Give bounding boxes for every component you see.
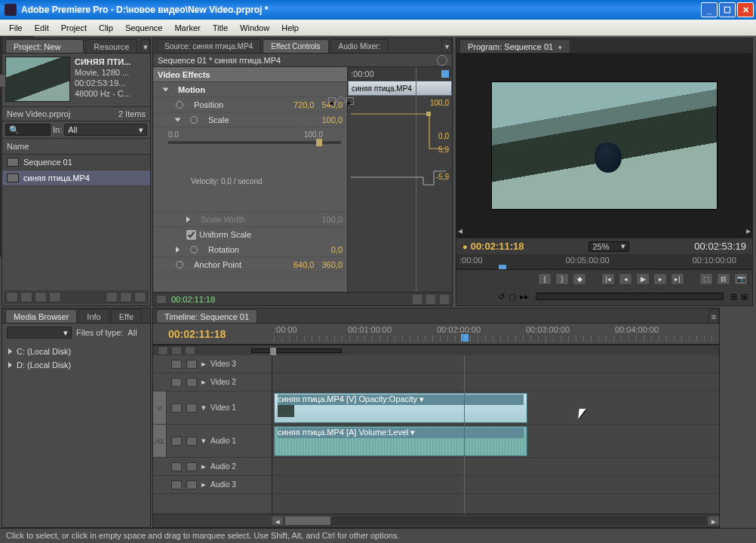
find-icon[interactable]: [49, 292, 61, 302]
menu-window[interactable]: Window: [234, 22, 275, 34]
track-video3[interactable]: ▸Video 3: [153, 355, 272, 373]
program-current-tc[interactable]: 00:02:11:18: [471, 241, 524, 252]
lane-a3[interactable]: [272, 476, 719, 494]
fx-motion-row[interactable]: Motion: [153, 82, 347, 97]
collapse-icon[interactable]: ▸: [201, 359, 206, 369]
effect-timeline[interactable]: :00:00 синяя птица.MP4 100,0 0,0 5,9 -5,…: [348, 67, 452, 292]
drive-d[interactable]: D: (Local Disk): [2, 358, 150, 372]
eye-icon[interactable]: [171, 403, 182, 413]
tab-timeline[interactable]: Timeline: Sequence 01: [156, 309, 257, 323]
collapse-icon[interactable]: ▸: [201, 480, 206, 489]
next-keyframe-icon[interactable]: ▸: [346, 97, 354, 105]
track-target-v[interactable]: V: [153, 391, 167, 424]
lift-button[interactable]: ⬚: [699, 273, 713, 285]
set-encore-icon[interactable]: [185, 346, 195, 355]
drive-c[interactable]: C: (Local Disk): [2, 345, 150, 358]
step-back-button[interactable]: ◂: [619, 273, 632, 285]
timeline-tracks[interactable]: синяя птица.MP4 [V] Opacity:Opacity ▾ си…: [272, 355, 719, 514]
shuttle-slider[interactable]: [536, 293, 724, 300]
scale-value[interactable]: 100,0: [321, 115, 343, 124]
marker-button[interactable]: ◆: [573, 273, 586, 285]
lane-v1[interactable]: синяя птица.MP4 [V] Opacity:Opacity ▾: [272, 391, 719, 425]
track-audio1[interactable]: A1▾Audio 1: [153, 425, 272, 458]
tab-info[interactable]: Info: [78, 309, 109, 323]
collapse-icon[interactable]: ▸: [201, 377, 206, 387]
disclosure-triangle-icon[interactable]: [175, 118, 181, 121]
rotation-value[interactable]: 0,0: [331, 245, 343, 254]
menu-sequence[interactable]: Sequence: [119, 22, 169, 34]
stopwatch-icon[interactable]: [176, 261, 183, 268]
anchor-x[interactable]: 640,0: [293, 260, 315, 269]
speaker-icon[interactable]: [171, 437, 182, 446]
close-button[interactable]: ✕: [737, 2, 754, 17]
disclosure-triangle-icon[interactable]: [8, 362, 12, 368]
loop-button[interactable]: ↺: [498, 292, 505, 302]
panel-menu-icon[interactable]: ≡: [708, 309, 719, 323]
timeline-ruler[interactable]: :00:00 00:01:00:00 00:02:00:00 00:03:00:…: [272, 324, 719, 344]
toggle-timeline-icon[interactable]: [437, 55, 447, 66]
collapse-icon[interactable]: ▸: [201, 462, 206, 471]
menu-title[interactable]: Title: [207, 22, 234, 34]
minimize-button[interactable]: _: [701, 2, 718, 17]
lock-icon[interactable]: [186, 480, 197, 489]
stopwatch-icon[interactable]: [190, 246, 198, 253]
new-bin-icon[interactable]: [106, 292, 118, 302]
tab-audio-mixer[interactable]: Audio Mixer:: [330, 39, 389, 53]
zoom-dropdown[interactable]: 25%▾: [589, 241, 629, 252]
track-video1[interactable]: V▾Video 1: [153, 391, 272, 425]
collapse-icon[interactable]: ▾: [201, 403, 206, 413]
chevron-down-icon[interactable]: ▾: [410, 428, 415, 437]
maximize-button[interactable]: ☐: [719, 2, 736, 17]
ec-btn-icon[interactable]: [440, 295, 449, 304]
lock-icon[interactable]: [186, 403, 197, 413]
track-target-a[interactable]: A1: [153, 425, 167, 457]
multicam-button[interactable]: ⊞: [741, 292, 748, 302]
prev-seq-icon[interactable]: ◂: [458, 225, 463, 236]
list-view-icon[interactable]: [6, 292, 18, 302]
position-x[interactable]: 720,0: [293, 100, 315, 109]
program-view[interactable]: ◂ ▸: [456, 54, 752, 238]
play-button[interactable]: ▶: [636, 273, 650, 285]
clip-audio1[interactable]: синяя птица.MP4 [A] Volume:Level ▾: [274, 426, 527, 456]
export-frame-button[interactable]: 📷: [734, 273, 748, 285]
lock-icon[interactable]: [186, 437, 197, 446]
timeline-tc[interactable]: 00:02:11:18: [153, 328, 272, 340]
ec-snap-icon[interactable]: [156, 295, 167, 304]
menu-project[interactable]: Project: [55, 22, 93, 34]
scroll-left-icon[interactable]: ◂: [272, 517, 283, 525]
menu-edit[interactable]: Edit: [29, 22, 55, 34]
chevron-down-icon[interactable]: ▾: [558, 44, 562, 51]
track-video2[interactable]: ▸Video 2: [153, 373, 272, 391]
disclosure-triangle-icon[interactable]: [186, 216, 190, 222]
playhead-marker-icon[interactable]: [441, 70, 449, 78]
track-audio3[interactable]: ▸Audio 3: [153, 476, 272, 494]
lane-a1[interactable]: синяя птица.MP4 [A] Volume:Level ▾: [272, 425, 719, 458]
lock-icon[interactable]: [186, 360, 197, 369]
program-ruler[interactable]: :00:00 00:05:00:00 00:10:00:00: [456, 254, 752, 269]
clip-video1[interactable]: синяя птица.MP4 [V] Opacity:Opacity ▾: [274, 393, 527, 423]
goto-prev-button[interactable]: |◂: [601, 273, 615, 285]
lock-icon[interactable]: [186, 462, 197, 471]
track-audio2[interactable]: ▸Audio 2: [153, 458, 272, 476]
tab-source[interactable]: Source: синяя птица.MP4: [156, 39, 261, 53]
timeline-playhead[interactable]: [464, 355, 465, 514]
next-seq-icon[interactable]: ▸: [746, 225, 751, 236]
snap-icon[interactable]: [158, 346, 168, 355]
anchor-y[interactable]: 360,0: [321, 260, 343, 269]
tab-effect-controls[interactable]: Effect Controls: [263, 39, 328, 53]
lock-icon[interactable]: [186, 378, 197, 387]
in-dropdown[interactable]: All▾: [64, 124, 147, 136]
extract-button[interactable]: ⊟: [717, 273, 730, 285]
column-name-header[interactable]: Name: [2, 139, 150, 155]
media-view-dropdown[interactable]: ▾: [7, 327, 72, 339]
out-point-button[interactable]: }: [555, 273, 569, 285]
goto-next-button[interactable]: ▸|: [671, 273, 684, 285]
zoom-slider[interactable]: [251, 348, 342, 353]
in-point-button[interactable]: {: [538, 273, 552, 285]
menu-marker[interactable]: Marker: [168, 22, 206, 34]
chevron-down-icon[interactable]: ▾: [419, 394, 424, 403]
trim-button[interactable]: ⊞: [730, 292, 737, 302]
tab-project[interactable]: Project: New Video: [5, 39, 84, 53]
h-scrollbar[interactable]: [285, 517, 706, 525]
tab-resource[interactable]: Resource: [85, 39, 137, 53]
